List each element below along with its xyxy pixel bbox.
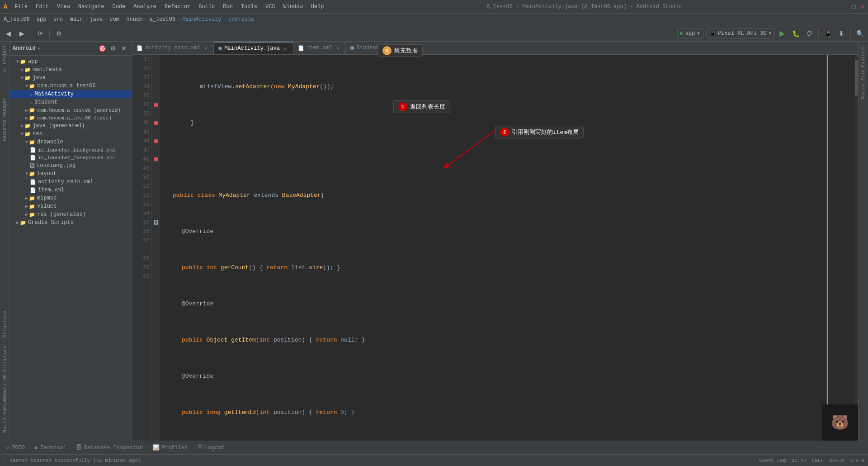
side-label-project[interactable]: 1: Project [1, 42, 8, 76]
breadcrumb-a_test06[interactable]: a_test06 [150, 16, 176, 23]
menu-code[interactable]: Code [108, 3, 129, 11]
maximize-button[interactable]: □ [850, 3, 857, 10]
breadcrumb-java[interactable]: java [90, 16, 103, 23]
side-label-device-file-explorer[interactable]: Device File Explorer [860, 42, 867, 103]
menu-edit[interactable]: Edit [32, 3, 52, 11]
tab-close-mainactivity[interactable]: ✕ [282, 45, 288, 52]
tree-item-gradle[interactable]: ▶ 📁 Gradle Scripts [10, 219, 132, 227]
menu-file[interactable]: File [11, 3, 31, 11]
file-tree: ▼ 📁 app ▶ 📁 manifests ▼ 📁 java ▼ [10, 56, 132, 466]
sidebar-settings-button[interactable]: ⚙ [108, 43, 118, 53]
java-dot-icon [218, 47, 222, 50]
status-crlf[interactable]: CRLF [812, 458, 824, 463]
status-charset[interactable]: UTF-8 [829, 458, 844, 463]
settings-button[interactable]: ⚙ [52, 27, 65, 40]
menu-tools[interactable]: Tools [237, 3, 261, 11]
breadcrumb-hnucm[interactable]: hnucm [126, 16, 142, 23]
tree-item-com-android[interactable]: ▶ 📁 com.hnucm.a_test06 (android) [10, 106, 132, 114]
tree-item-activity-main[interactable]: 📄 activity_main.xml [10, 178, 132, 186]
menu-navigate[interactable]: Navigate [75, 3, 108, 11]
menu-refactor[interactable]: Refactor [161, 3, 194, 11]
annotation-number-2: 2 [500, 128, 509, 137]
bottom-tab-terminal[interactable]: ▶ Terminal [30, 443, 71, 452]
tree-item-java[interactable]: ▼ 📁 java [10, 74, 132, 82]
app-icon: A [4, 3, 7, 10]
code-line-40: public Object getItem(int position) { re… [164, 336, 823, 345]
tree-item-res[interactable]: ▼ 📁 res [10, 130, 132, 138]
menu-build[interactable]: Build [195, 3, 218, 11]
tree-item-com-hnucm[interactable]: ▼ 📁 com.hnucm.a_test06 [10, 82, 132, 90]
annotation-number-1: 1 [398, 102, 407, 111]
breadcrumb-main[interactable]: main [70, 16, 83, 23]
breadcrumb-mainactivity[interactable]: MainActivity [182, 16, 221, 23]
menu-help[interactable]: Help [307, 3, 328, 11]
window-title: A_Test06 - MainActivity.java [A_Test06.a… [486, 4, 682, 10]
xml-icon2: 📄 [298, 45, 304, 51]
tree-item-item-xml[interactable]: 📄 item.xml [10, 186, 132, 194]
sidebar-title-label: Android [13, 45, 35, 52]
code-line-36: public int getCount() { return list.size… [164, 263, 823, 272]
forward-button[interactable]: ▶ [15, 27, 28, 40]
close-button[interactable]: ✕ [859, 3, 866, 10]
breadcrumb-project[interactable]: A_Test06 [4, 16, 30, 23]
breadcrumb-oncreate[interactable]: onCreate [228, 16, 255, 23]
avd-button[interactable]: 📱 [821, 27, 834, 40]
menu-vcs[interactable]: VCS [262, 3, 279, 11]
profile-button[interactable]: ⏱ [803, 27, 816, 40]
tree-item-mainactivity[interactable]: ☕ MainActivity [10, 90, 132, 98]
bottom-tab-logcat[interactable]: ☰ Logcat [193, 443, 229, 452]
side-label-resource-manager[interactable]: Resource Manager [1, 94, 8, 145]
tree-item-app[interactable]: ▼ 📁 app [10, 57, 132, 66]
tab-close-activity-main[interactable]: ✕ [203, 45, 209, 51]
run-button[interactable]: ▶ [776, 27, 788, 40]
minimize-button[interactable]: ─ [841, 3, 848, 10]
tree-item-ic-fg[interactable]: 📄 ic_launcher_foreground.xml [10, 154, 132, 162]
annotation-text-3: 填充数据 [394, 47, 418, 55]
side-label-build-variants[interactable]: Build Variants [1, 387, 9, 436]
sidebar-close-button[interactable]: ✕ [119, 43, 129, 53]
search-button[interactable]: 🔍 [854, 27, 866, 40]
code-line-39: @Override [164, 300, 823, 309]
breadcrumb-src[interactable]: src [53, 16, 63, 23]
breadcrumb-com[interactable]: com [109, 16, 119, 23]
side-label-structure[interactable]: Structure [1, 307, 9, 341]
debug-button[interactable]: 🐛 [789, 27, 802, 40]
android-dropdown-icon[interactable]: ▾ [37, 45, 40, 52]
code-line-33 [164, 155, 823, 164]
tab-item-xml[interactable]: 📄 item.xml ✕ [293, 42, 346, 54]
tree-item-com-test[interactable]: ▶ 📁 com.hnucm.a_test06 (test) [10, 114, 132, 122]
sidebar-locate-button[interactable]: 🎯 [97, 43, 107, 53]
tree-item-values[interactable]: ▶ 📁 values [10, 202, 132, 210]
tree-item-mipmap[interactable]: ▶ 📁 mipmap [10, 194, 132, 202]
toolbar-left: ◀ ▶ ⟳ ⚙ [2, 27, 65, 40]
event-log-link[interactable]: Event Log [759, 458, 786, 463]
device-dropdown[interactable]: 📱 Pixel XL API 30 ▾ [706, 28, 775, 39]
code-text[interactable]: mListView.setAdapter(new MyAdapter()); }… [160, 55, 826, 466]
tree-item-res-generated[interactable]: ▶ 📁 res (generated) [10, 210, 132, 219]
tree-item-touxiang[interactable]: 🖼 touxiang.jpg [10, 162, 132, 170]
bottom-tab-todo[interactable]: ☑ TODO [2, 443, 29, 452]
menu-window[interactable]: Window [280, 3, 307, 11]
code-line-34: public class MyAdapter extends BaseAdapt… [164, 191, 823, 200]
menu-run[interactable]: Run [219, 3, 236, 11]
database-icon: 🗄 [76, 444, 82, 451]
tab-close-item[interactable]: ✕ [335, 45, 341, 51]
tree-item-layout[interactable]: ▼ 📁 layout [10, 170, 132, 178]
menu-view[interactable]: View [53, 3, 74, 11]
breadcrumb-app[interactable]: app [37, 16, 47, 23]
sync-button[interactable]: ⟳ [34, 27, 47, 40]
menu-analyze[interactable]: Analyze [130, 3, 160, 11]
tree-item-ic-bg[interactable]: 📄 ic_launcher_background.xml [10, 146, 132, 154]
tab-mainactivity[interactable]: MainActivity.java ✕ [214, 42, 293, 54]
bottom-tab-database-inspector[interactable]: 🗄 Database Inspector [72, 443, 147, 452]
bottom-tab-profiler[interactable]: 📊 Profiler [148, 443, 193, 452]
tree-item-student[interactable]: ☕ Student [10, 98, 132, 106]
tab-activity-main[interactable]: 📄 activity_main.xml ✕ [132, 42, 214, 54]
back-button[interactable]: ◀ [2, 27, 14, 40]
tree-item-manifests[interactable]: ▶ 📁 manifests [10, 66, 132, 74]
tree-item-drawable[interactable]: ▼ 📁 drawable [10, 138, 132, 146]
todo-icon: ☑ [6, 444, 9, 451]
app-dropdown[interactable]: ▶ app ▾ [677, 28, 703, 39]
tree-item-java-generated[interactable]: ▶ 📁 java (generated) [10, 122, 132, 130]
sdk-button[interactable]: ⬇ [835, 27, 848, 40]
